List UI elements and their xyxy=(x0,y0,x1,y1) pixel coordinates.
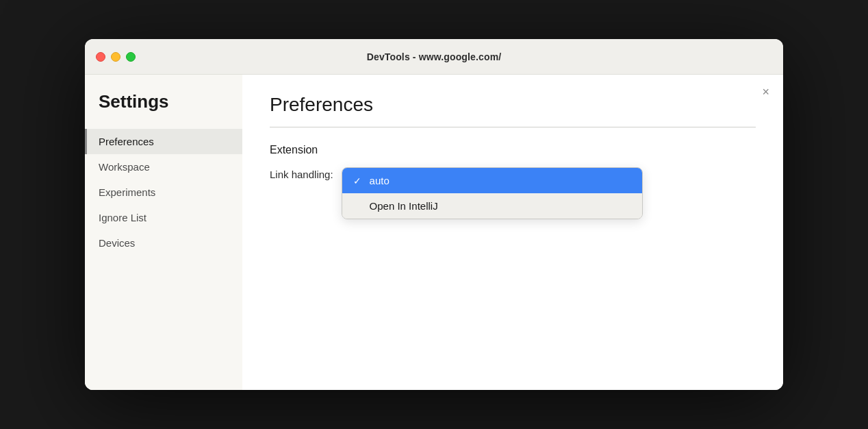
page-title: Preferences xyxy=(270,94,756,116)
link-handling-dropdown[interactable]: ✓ auto Open In IntelliJ xyxy=(342,167,643,219)
content-area: Settings Preferences Workspace Experimen… xyxy=(85,75,783,390)
sidebar-item-experiments-label: Experiments xyxy=(99,186,155,198)
sidebar-item-devices[interactable]: Devices xyxy=(85,230,242,256)
sidebar-item-devices-label: Devices xyxy=(99,237,135,249)
sidebar-item-experiments[interactable]: Experiments xyxy=(85,180,242,205)
sidebar-item-ignore-list[interactable]: Ignore List xyxy=(85,205,242,230)
close-settings-button[interactable]: × xyxy=(762,86,769,98)
window-title: DevTools - www.google.com/ xyxy=(367,51,502,62)
sidebar: Settings Preferences Workspace Experimen… xyxy=(85,75,242,390)
minimize-button[interactable] xyxy=(111,52,120,62)
maximize-button[interactable] xyxy=(126,52,136,62)
title-divider xyxy=(270,127,756,127)
sidebar-item-preferences-label: Preferences xyxy=(99,136,154,147)
close-button[interactable] xyxy=(96,52,105,62)
dropdown-options-list: ✓ auto Open In IntelliJ xyxy=(342,167,643,219)
link-handling-label: Link handling: xyxy=(270,167,333,180)
section-title: Extension xyxy=(270,144,756,156)
dropdown-option-intellij[interactable]: Open In IntelliJ xyxy=(342,193,642,219)
checkmark-icon: ✓ xyxy=(353,175,364,186)
main-content: × Preferences Extension Link handling: ✓… xyxy=(242,75,783,390)
sidebar-item-ignore-list-label: Ignore List xyxy=(99,212,146,223)
option-auto-label: auto xyxy=(370,175,390,186)
dropdown-option-auto[interactable]: ✓ auto xyxy=(342,168,642,193)
option-intellij-label: Open In IntelliJ xyxy=(370,200,438,212)
sidebar-item-workspace-label: Workspace xyxy=(99,161,150,173)
window-wrapper: DevTools - www.google.com/ Settings Pref… xyxy=(85,39,783,390)
devtools-window: DevTools - www.google.com/ Settings Pref… xyxy=(85,39,783,390)
sidebar-title: Settings xyxy=(85,91,242,129)
sidebar-item-workspace[interactable]: Workspace xyxy=(85,154,242,180)
traffic-lights xyxy=(96,52,136,62)
link-handling-row: Link handling: ✓ auto Open In IntelliJ xyxy=(270,167,756,219)
sidebar-item-preferences[interactable]: Preferences xyxy=(85,129,242,154)
title-bar: DevTools - www.google.com/ xyxy=(85,39,783,75)
